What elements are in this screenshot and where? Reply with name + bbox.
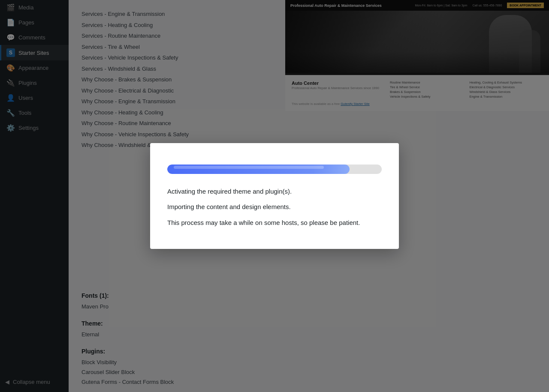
modal-line-1: Activating the required theme and plugin… <box>167 187 382 197</box>
activation-modal: Activating the required theme and plugin… <box>150 143 399 249</box>
progress-bar-fill <box>167 165 350 174</box>
modal-line-2: Importing the content and design element… <box>167 202 382 212</box>
progress-bar-container <box>167 165 382 174</box>
modal-line-3: This process may take a while on some ho… <box>167 218 382 228</box>
modal-overlay: Activating the required theme and plugin… <box>0 0 549 392</box>
